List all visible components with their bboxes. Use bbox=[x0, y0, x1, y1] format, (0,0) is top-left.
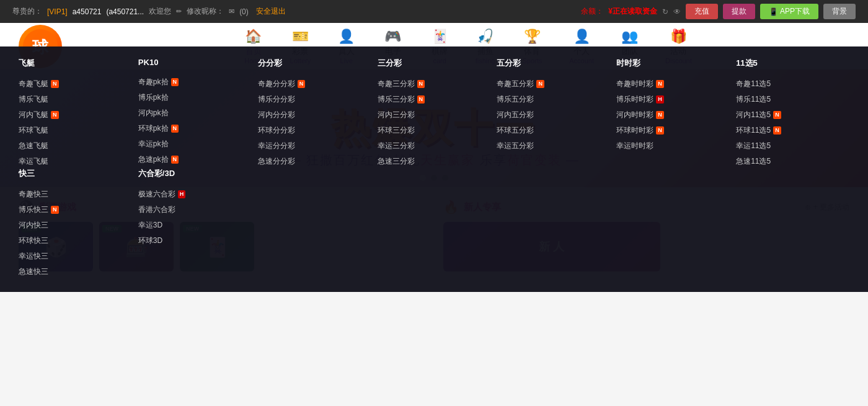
dd-item-bolessc[interactable]: 博乐时时彩H bbox=[616, 93, 730, 106]
dd-item-huanqiussc[interactable]: 环球时时彩N bbox=[616, 124, 730, 137]
eye-icon[interactable]: 👁 bbox=[673, 7, 681, 16]
dd-col-liuhecai: 六合彩/3D 极速六合彩H 香港六合彩 幸运3D 环球3D bbox=[138, 168, 252, 278]
recharge-button[interactable]: 充值 bbox=[686, 4, 718, 19]
dd-col-wufencai: 五分彩 奇趣五分彩N 博乐五分彩 河内五分彩 环球五分彩 幸运五分彩 bbox=[497, 58, 610, 168]
dd-header-kuaisan: 快三 bbox=[19, 168, 132, 182]
live-icon: 👤 bbox=[338, 29, 355, 45]
dd-item-heneiffc[interactable]: 河内分分彩 bbox=[258, 108, 371, 121]
dd-item-jisupk[interactable]: 急速pk拾N bbox=[138, 153, 252, 166]
dd-col-fenfencai: 分分彩 奇趣分分彩N 博乐分分彩 河内分分彩 环球分分彩 幸运分分彩 急速分分彩 bbox=[258, 58, 371, 168]
refresh-icon[interactable]: ↻ bbox=[662, 7, 668, 16]
discount-icon: 🎁 bbox=[670, 29, 687, 45]
dd-item-huanqiuwfc[interactable]: 环球五分彩 bbox=[497, 124, 610, 137]
fishing-icon: 🎣 bbox=[477, 29, 494, 45]
dd-item-qiquksn[interactable]: 奇趣快三 bbox=[19, 188, 132, 201]
dd-item-qiqufei[interactable]: 奇趣飞艇N bbox=[19, 77, 132, 90]
safe-exit-link[interactable]: 安全退出 bbox=[256, 6, 286, 17]
dd-item-henei115[interactable]: 河内11选5N bbox=[736, 108, 849, 121]
dd-col-sanfencai: 三分彩 奇趣三分彩N 博乐三分彩N 河内三分彩 环球三分彩 幸运三分彩 急速三分… bbox=[378, 58, 491, 168]
dd-item-xingyun115[interactable]: 幸运11选5 bbox=[736, 139, 849, 152]
dd-item-xingyunpk[interactable]: 幸运pk拾 bbox=[138, 138, 252, 151]
username2-label: (a450721... bbox=[106, 7, 144, 16]
dd-col-kuaisan: 快三 奇趣快三 博乐快三N 河内快三 环球快三 幸运快三 急速快三 bbox=[19, 168, 132, 278]
dd-item-jisuffc[interactable]: 急速分分彩 bbox=[258, 155, 371, 168]
dd-item-qiqusfc[interactable]: 奇趣三分彩N bbox=[378, 77, 491, 90]
dd-item-qiqussc[interactable]: 奇趣时时彩N bbox=[616, 77, 730, 90]
card-icon: 🃏 bbox=[432, 29, 448, 45]
dd-col-pk10: PK10 奇趣pk拾N 博乐pk拾 河内pk拾 环球pk拾N 幸运pk拾 急速p… bbox=[138, 58, 252, 168]
account-icon: 👤 bbox=[574, 29, 590, 45]
phone-icon: 📱 bbox=[769, 7, 778, 16]
welcome-label: 欢迎您 bbox=[149, 6, 171, 17]
background-button[interactable]: 背景 bbox=[823, 4, 856, 19]
dd-item-bolepk[interactable]: 博乐pk拾 bbox=[138, 91, 252, 104]
dd-header-sanfencai: 三分彩 bbox=[378, 58, 491, 71]
dd-item-xingyunwfc[interactable]: 幸运五分彩 bbox=[497, 139, 610, 152]
dd-item-huanqiukn[interactable]: 环球快三 bbox=[19, 234, 132, 247]
home-icon: 🏠 bbox=[245, 29, 262, 45]
withdraw-button[interactable]: 提款 bbox=[723, 4, 755, 19]
dd-item-huanqiu1[interactable]: 环球飞艇 bbox=[19, 124, 132, 137]
top-bar: 尊贵的： [VIP1] a450721 (a450721... 欢迎您 ✏ 修改… bbox=[0, 0, 868, 23]
message-count: (0) bbox=[239, 7, 249, 16]
dd-item-qiqu115[interactable]: 奇趣11选5 bbox=[736, 77, 849, 90]
greeting-label: 尊贵的： bbox=[12, 6, 42, 17]
dd-item-boleksn[interactable]: 博乐快三N bbox=[19, 203, 132, 216]
dd-header-wufencai: 五分彩 bbox=[497, 58, 610, 71]
dd-item-xingyunsfc[interactable]: 幸运三分彩 bbox=[378, 139, 491, 152]
dd-header-feiting: 飞艇 bbox=[19, 58, 132, 71]
lottery-icon: 🎫 bbox=[292, 29, 309, 45]
dd-item-heneisfc[interactable]: 河内三分彩 bbox=[378, 108, 491, 121]
dd-item-bole115[interactable]: 博乐11选5 bbox=[736, 93, 849, 106]
dd-header-pk10: PK10 bbox=[138, 58, 252, 69]
dd-header-11xuan5: 11选5 bbox=[736, 58, 849, 71]
dd-item-boleffc[interactable]: 博乐分分彩 bbox=[258, 93, 371, 106]
balance-label: 余额： bbox=[581, 6, 603, 17]
dd-item-xingyunkn[interactable]: 幸运快三 bbox=[19, 250, 132, 263]
dd-item-heneipk[interactable]: 河内pk拾 bbox=[138, 107, 252, 120]
dd-item-xingyun3d[interactable]: 幸运3D bbox=[138, 219, 252, 232]
dd-item-henei1[interactable]: 河内飞艇N bbox=[19, 108, 132, 121]
dd-item-jisu115[interactable]: 急速11选5 bbox=[736, 155, 849, 168]
dd-col-11xuan5: 11选5 奇趣11选5 博乐11选5 河内11选5N 环球11选5N 幸运11选… bbox=[736, 58, 849, 168]
dd-item-hklhc[interactable]: 香港六合彩 bbox=[138, 203, 252, 216]
dd-item-jisulhc[interactable]: 极速六合彩H bbox=[138, 188, 252, 201]
app-download-button[interactable]: 📱 APP下载 bbox=[760, 4, 818, 19]
dd-item-bolesfc[interactable]: 博乐三分彩N bbox=[378, 93, 491, 106]
dd-header-sishicai: 时时彩 bbox=[616, 58, 730, 71]
dd-item-huanqiupk[interactable]: 环球pk拾N bbox=[138, 122, 252, 135]
dd-col-sishicai: 时时彩 奇趣时时彩N 博乐时时彩H 河内时时彩N 环球时时彩N 幸运时时彩 bbox=[616, 58, 730, 168]
dd-item-huanqiu115[interactable]: 环球11选5N bbox=[736, 124, 849, 137]
dd-item-heneikn[interactable]: 河内快三 bbox=[19, 219, 132, 232]
lottery-dropdown: 飞艇 奇趣飞艇N 博乐飞艇 河内飞艇N 环球飞艇 急速飞艇 幸运飞艇 PK10 … bbox=[0, 46, 868, 284]
edit-icon[interactable]: ✏ bbox=[176, 7, 182, 15]
dd-item-jisusfc[interactable]: 急速三分彩 bbox=[378, 155, 491, 168]
mail-icon[interactable]: ✉ bbox=[229, 7, 234, 15]
dd-item-heneissc[interactable]: 河内时时彩N bbox=[616, 108, 730, 121]
dd-header-fenfencai: 分分彩 bbox=[258, 58, 371, 71]
dd-item-xingyunffc[interactable]: 幸运分分彩 bbox=[258, 139, 371, 152]
username-label: a450721 bbox=[73, 7, 102, 16]
dd-col-feiting: 飞艇 奇趣飞艇N 博乐飞艇 河内飞艇N 环球飞艇 急速飞艇 幸运飞艇 bbox=[19, 58, 132, 168]
vip-badge: [VIP1] bbox=[47, 7, 68, 16]
dd-item-huanqiusfc[interactable]: 环球三分彩 bbox=[378, 124, 491, 137]
team-icon: 👥 bbox=[621, 29, 638, 45]
games-icon: 🎮 bbox=[384, 29, 401, 45]
dd-item-jisukn[interactable]: 急速快三 bbox=[19, 265, 132, 278]
dd-item-xingyun1[interactable]: 幸运飞艇 bbox=[19, 155, 132, 168]
dd-item-qiquffc[interactable]: 奇趣分分彩N bbox=[258, 77, 371, 90]
dd-item-bolewfc[interactable]: 博乐五分彩 bbox=[497, 93, 610, 106]
dd-item-qiquwfc[interactable]: 奇趣五分彩N bbox=[497, 77, 610, 90]
dd-item-heneiwfc[interactable]: 河内五分彩 bbox=[497, 108, 610, 121]
modify-label: 修改昵称： bbox=[187, 6, 224, 17]
top-bar-right: 余额： ¥正在读取资金 ↻ 👁 充值 提款 📱 APP下载 背景 bbox=[581, 4, 856, 19]
sports-icon: 🏆 bbox=[524, 29, 541, 45]
dd-item-huanqiuffc[interactable]: 环球分分彩 bbox=[258, 124, 371, 137]
dd-item-huanqiu3d[interactable]: 环球3D bbox=[138, 234, 252, 247]
dd-item-jisu1[interactable]: 急速飞艇 bbox=[19, 139, 132, 152]
dd-header-liuhecai: 六合彩/3D bbox=[138, 168, 252, 182]
dd-item-bolefei[interactable]: 博乐飞艇 bbox=[19, 93, 132, 106]
dd-item-qiqupk[interactable]: 奇趣pk拾N bbox=[138, 76, 252, 89]
top-bar-left: 尊贵的： [VIP1] a450721 (a450721... 欢迎您 ✏ 修改… bbox=[12, 6, 286, 17]
dd-item-xingyunssc[interactable]: 幸运时时彩 bbox=[616, 139, 730, 152]
